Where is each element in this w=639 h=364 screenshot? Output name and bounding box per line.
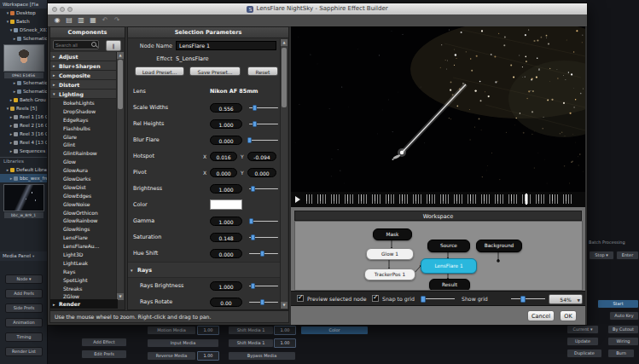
category-composite[interactable]: ▸Composite bbox=[50, 71, 118, 80]
host-button-reverse-media[interactable]: Reverse Media bbox=[147, 351, 196, 361]
host-button-start[interactable]: Start bbox=[597, 299, 639, 309]
effect-item-glowaura[interactable]: GlowAura bbox=[50, 166, 118, 175]
host-button-update[interactable]: Update bbox=[566, 337, 599, 346]
effect-item-glowrainbow[interactable]: GlowRainbow bbox=[50, 217, 118, 225]
slider-handle[interactable] bbox=[253, 121, 257, 128]
host-button-animation[interactable]: Animation bbox=[5, 318, 43, 327]
slider-handle[interactable] bbox=[260, 299, 264, 306]
param-value-field[interactable]: 1.000 bbox=[210, 281, 242, 291]
effect-item-glare[interactable]: Glare bbox=[50, 133, 118, 142]
effect-item-glowedges[interactable]: GlowEdges bbox=[50, 192, 118, 200]
param-y-field[interactable]: 0.000 bbox=[247, 168, 276, 177]
grid-size-slider[interactable] bbox=[421, 295, 455, 303]
sidebar-item-reel-3-16-cl[interactable]: ▸Reel 3 [16 Cl bbox=[0, 130, 47, 138]
scroll-down-icon[interactable]: ▼ bbox=[117, 293, 124, 300]
host-button-shift-media-1[interactable]: Shift Media 1 bbox=[228, 338, 274, 348]
param-slider[interactable] bbox=[249, 282, 278, 290]
components-scrollbar[interactable]: ▲ ▼ bbox=[116, 52, 124, 300]
effect-item-glintrainbow[interactable]: GlintRainbow bbox=[50, 149, 118, 158]
effect-item-rays[interactable]: Rays bbox=[50, 268, 118, 276]
clip-thumbnail-night[interactable] bbox=[3, 184, 44, 211]
host-button-duplicate[interactable]: Duplicate bbox=[566, 349, 602, 358]
host-button-input-media[interactable]: Input Media bbox=[147, 338, 219, 348]
param-slider[interactable] bbox=[249, 136, 278, 144]
node-lensflare-1[interactable]: LensFlare 1 bbox=[421, 258, 477, 274]
param-slider[interactable] bbox=[249, 185, 278, 193]
param-slider[interactable] bbox=[249, 298, 278, 306]
sidebar-item-reel-2-16-cl[interactable]: ▸Reel 2 [16 Cl bbox=[0, 121, 47, 130]
host-button-add-prefs[interactable]: Add Prefs bbox=[5, 289, 43, 298]
category-blur-sharpen[interactable]: ▸Blur+Sharpen bbox=[50, 61, 118, 71]
effect-item-glownoise[interactable]: GlowNoise bbox=[50, 200, 118, 209]
reset-button[interactable]: Reset bbox=[247, 66, 278, 76]
host-button-by-cutout[interactable]: By Cutout bbox=[607, 325, 639, 334]
slider-handle[interactable] bbox=[247, 137, 252, 144]
effect-item-lensflareau[interactable]: LensFlareAu... bbox=[50, 242, 118, 251]
host-button-stop[interactable]: Stop ▾ bbox=[589, 251, 614, 260]
slider-handle[interactable] bbox=[251, 283, 255, 290]
clip-thumbnail-portrait[interactable] bbox=[3, 44, 44, 72]
scrollbar-thumb[interactable] bbox=[118, 60, 123, 109]
effect-item-gloworthicon[interactable]: GlowOrthicon bbox=[50, 209, 118, 217]
param-slider[interactable] bbox=[249, 250, 278, 257]
param-value-field[interactable]: 0.000 bbox=[210, 136, 242, 145]
slider-handle[interactable] bbox=[253, 105, 257, 112]
section-arrow-icon[interactable]: ▾ bbox=[131, 268, 133, 273]
effect-item-streaks[interactable]: Streaks bbox=[50, 285, 118, 293]
category-distort[interactable]: ▸Distort bbox=[50, 80, 118, 90]
sidebar-item-desktop[interactable]: ▾Desktop bbox=[0, 9, 47, 17]
dialog-titlebar[interactable]: SLensFlare NightSky - Sapphire Effect Bu… bbox=[48, 3, 587, 15]
slider-handle[interactable] bbox=[251, 234, 255, 241]
host-button-edit-prefs[interactable]: Edit Prefs bbox=[81, 350, 127, 359]
redo-icon[interactable]: ↷ bbox=[112, 15, 122, 26]
parameters-scrollbar[interactable]: ▲ ▼ bbox=[280, 39, 288, 309]
sidebar-item-reels-5[interactable]: ▾Reels [5] bbox=[0, 104, 47, 113]
node-source[interactable]: Source bbox=[427, 240, 470, 252]
host-button-current[interactable]: Current ▾ bbox=[566, 325, 599, 334]
node-trackerpos-1[interactable]: TrackerPos 1 bbox=[364, 269, 415, 280]
effect-item-glint[interactable]: Glint bbox=[50, 141, 118, 149]
scroll-down-icon[interactable]: ▼ bbox=[281, 302, 288, 309]
host-value-field[interactable]: 1.00 bbox=[274, 338, 296, 348]
effect-item-glow[interactable]: Glow bbox=[50, 158, 118, 166]
effect-item-light3d[interactable]: Light3D bbox=[50, 251, 118, 259]
host-button-burn[interactable]: Burn bbox=[607, 349, 635, 358]
param-slider[interactable] bbox=[249, 120, 278, 128]
zoom-level-select[interactable]: 54%▼ bbox=[549, 294, 583, 304]
param-x-field[interactable]: 0.000 bbox=[210, 168, 237, 177]
preview-video[interactable] bbox=[291, 26, 585, 192]
host-button-timing[interactable]: Timing bbox=[5, 332, 43, 342]
undo-icon[interactable]: ↶ bbox=[100, 15, 110, 26]
effect-item-edgerays[interactable]: EdgeRays bbox=[50, 116, 118, 124]
save-setup-icon[interactable]: ▦ bbox=[88, 15, 98, 26]
node-glow-1[interactable]: Glow 1 bbox=[366, 248, 414, 260]
param-slider[interactable] bbox=[249, 234, 278, 241]
host-button-color[interactable]: Color bbox=[300, 326, 369, 335]
category-lighting[interactable]: ▾Lighting bbox=[50, 90, 118, 99]
sidebar-item-schematic-r[interactable]: ▸Schematic R bbox=[0, 87, 47, 95]
param-y-field[interactable]: -0.094 bbox=[247, 152, 276, 161]
host-value-field[interactable]: 1.00 bbox=[274, 326, 296, 335]
filter-toggle-button[interactable]: ‖ bbox=[106, 40, 121, 51]
host-value-field[interactable]: 1.00 bbox=[197, 351, 219, 361]
host-button-node[interactable]: Node ▾ bbox=[5, 274, 43, 284]
slider-handle[interactable] bbox=[251, 186, 255, 193]
sidebar-item-schematic[interactable]: ▸Schematic bbox=[0, 78, 47, 87]
preview-selected-node-checkbox[interactable]: ✓ bbox=[297, 295, 304, 302]
effect-item-flashbulbs[interactable]: Flashbulbs bbox=[50, 124, 118, 133]
param-x-field[interactable]: 0.016 bbox=[210, 152, 237, 161]
host-button-bypass-media[interactable]: Bypass Media bbox=[228, 351, 296, 361]
host-button-motion-media[interactable]: Motion Media bbox=[147, 326, 196, 335]
play-button[interactable] bbox=[295, 196, 300, 203]
param-value-field[interactable]: 1.000 bbox=[210, 217, 242, 226]
host-button-wiring[interactable]: Wiring bbox=[607, 337, 639, 346]
category-adjust[interactable]: ▸Adjust bbox=[50, 52, 118, 61]
sidebar-item-default-librar[interactable]: ▸Default Librar bbox=[0, 165, 47, 174]
effect-item-bokehlights[interactable]: BokehLights bbox=[50, 99, 118, 107]
node-result[interactable]: Result bbox=[429, 279, 470, 291]
effect-item-dropshadow[interactable]: DropShadow bbox=[50, 107, 118, 116]
param-value-field[interactable]: 0.148 bbox=[210, 233, 242, 242]
info-icon[interactable]: ◉ bbox=[52, 15, 62, 26]
host-button-add-effect[interactable]: Add Effect bbox=[81, 338, 127, 347]
scroll-up-icon[interactable]: ▲ bbox=[117, 52, 124, 59]
